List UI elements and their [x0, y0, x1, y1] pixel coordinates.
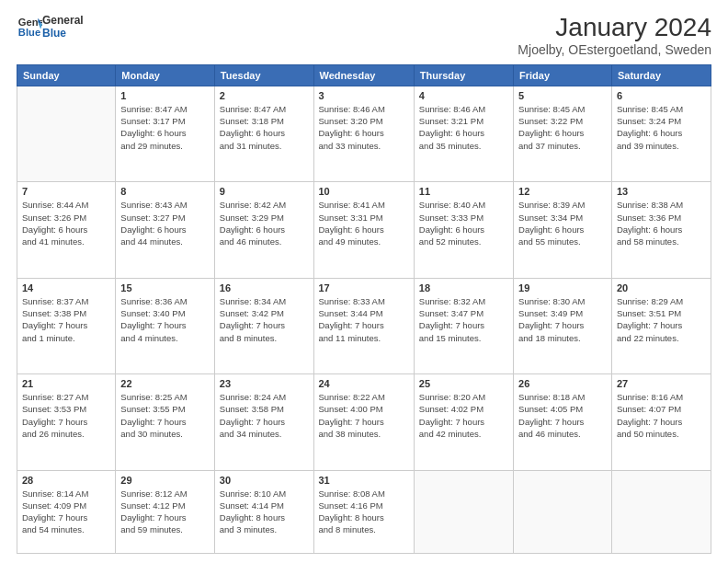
calendar-cell: 14Sunrise: 8:37 AM Sunset: 3:38 PM Dayli… — [17, 278, 116, 373]
calendar-cell — [17, 86, 116, 181]
subtitle: Mjoelby, OEstergoetland, Sweden — [518, 42, 711, 57]
calendar-table: SundayMondayTuesdayWednesdayThursdayFrid… — [17, 64, 711, 554]
day-number: 5 — [518, 90, 607, 101]
calendar-cell: 11Sunrise: 8:40 AM Sunset: 3:33 PM Dayli… — [414, 182, 513, 278]
day-info: Sunrise: 8:46 AM Sunset: 3:21 PM Dayligh… — [419, 103, 508, 152]
day-number: 12 — [518, 186, 607, 197]
day-number: 30 — [220, 475, 309, 486]
day-number: 31 — [319, 475, 409, 486]
day-info: Sunrise: 8:41 AM Sunset: 3:31 PM Dayligh… — [319, 199, 409, 247]
logo-icon: General Blue — [17, 14, 42, 40]
day-number: 25 — [419, 378, 508, 389]
main-title: January 2024 — [518, 14, 711, 42]
week-row-2: 14Sunrise: 8:37 AM Sunset: 3:38 PM Dayli… — [17, 278, 711, 373]
logo: General Blue General Blue — [17, 14, 84, 40]
day-info: Sunrise: 8:29 AM Sunset: 3:51 PM Dayligh… — [617, 295, 706, 344]
day-info: Sunrise: 8:27 AM Sunset: 3:53 PM Dayligh… — [22, 391, 110, 440]
weekday-header-thursday: Thursday — [414, 64, 513, 86]
calendar-cell: 1Sunrise: 8:47 AM Sunset: 3:17 PM Daylig… — [116, 86, 214, 181]
day-info: Sunrise: 8:40 AM Sunset: 3:33 PM Dayligh… — [419, 199, 508, 247]
day-info: Sunrise: 8:25 AM Sunset: 3:55 PM Dayligh… — [120, 391, 209, 440]
day-number: 9 — [220, 186, 309, 197]
day-info: Sunrise: 8:44 AM Sunset: 3:26 PM Dayligh… — [22, 199, 110, 247]
calendar-cell: 17Sunrise: 8:33 AM Sunset: 3:44 PM Dayli… — [313, 278, 414, 373]
weekday-header-tuesday: Tuesday — [214, 64, 313, 86]
day-info: Sunrise: 8:43 AM Sunset: 3:27 PM Dayligh… — [120, 199, 209, 247]
week-row-4: 28Sunrise: 8:14 AM Sunset: 4:09 PM Dayli… — [17, 470, 711, 553]
calendar-cell: 23Sunrise: 8:24 AM Sunset: 3:58 PM Dayli… — [214, 374, 313, 470]
calendar-cell: 26Sunrise: 8:18 AM Sunset: 4:05 PM Dayli… — [514, 374, 612, 470]
day-number: 8 — [120, 186, 209, 197]
calendar-cell — [414, 470, 513, 553]
day-info: Sunrise: 8:46 AM Sunset: 3:20 PM Dayligh… — [319, 103, 409, 152]
day-number: 29 — [120, 475, 209, 486]
day-info: Sunrise: 8:42 AM Sunset: 3:29 PM Dayligh… — [220, 199, 309, 247]
day-info: Sunrise: 8:22 AM Sunset: 4:00 PM Dayligh… — [319, 391, 409, 440]
weekday-header-row: SundayMondayTuesdayWednesdayThursdayFrid… — [17, 64, 711, 86]
day-info: Sunrise: 8:39 AM Sunset: 3:34 PM Dayligh… — [518, 199, 607, 247]
day-number: 13 — [617, 186, 706, 197]
day-info: Sunrise: 8:18 AM Sunset: 4:05 PM Dayligh… — [518, 391, 607, 440]
weekday-header-sunday: Sunday — [17, 64, 116, 86]
day-info: Sunrise: 8:47 AM Sunset: 3:17 PM Dayligh… — [120, 103, 209, 152]
day-number: 28 — [22, 475, 110, 486]
day-number: 11 — [419, 186, 508, 197]
calendar-cell: 21Sunrise: 8:27 AM Sunset: 3:53 PM Dayli… — [17, 374, 116, 470]
calendar-cell — [514, 470, 612, 553]
day-number: 21 — [22, 378, 110, 389]
day-info: Sunrise: 8:38 AM Sunset: 3:36 PM Dayligh… — [617, 199, 706, 247]
day-number: 14 — [22, 282, 110, 293]
day-number: 10 — [319, 186, 409, 197]
day-info: Sunrise: 8:47 AM Sunset: 3:18 PM Dayligh… — [220, 103, 309, 152]
day-info: Sunrise: 8:45 AM Sunset: 3:22 PM Dayligh… — [518, 103, 607, 152]
day-info: Sunrise: 8:32 AM Sunset: 3:47 PM Dayligh… — [419, 295, 508, 344]
logo-general: General — [42, 14, 84, 27]
day-number: 3 — [319, 90, 409, 101]
calendar-cell: 20Sunrise: 8:29 AM Sunset: 3:51 PM Dayli… — [611, 278, 711, 373]
calendar-cell: 12Sunrise: 8:39 AM Sunset: 3:34 PM Dayli… — [514, 182, 612, 278]
day-number: 20 — [617, 282, 706, 293]
weekday-header-saturday: Saturday — [611, 64, 711, 86]
calendar-cell: 22Sunrise: 8:25 AM Sunset: 3:55 PM Dayli… — [116, 374, 214, 470]
day-info: Sunrise: 8:16 AM Sunset: 4:07 PM Dayligh… — [617, 391, 706, 440]
day-number: 4 — [419, 90, 508, 101]
weekday-header-wednesday: Wednesday — [313, 64, 414, 86]
day-number: 22 — [120, 378, 209, 389]
calendar-cell: 29Sunrise: 8:12 AM Sunset: 4:12 PM Dayli… — [116, 470, 214, 553]
calendar-cell: 7Sunrise: 8:44 AM Sunset: 3:26 PM Daylig… — [17, 182, 116, 278]
calendar-cell: 2Sunrise: 8:47 AM Sunset: 3:18 PM Daylig… — [214, 86, 313, 181]
calendar-cell: 13Sunrise: 8:38 AM Sunset: 3:36 PM Dayli… — [611, 182, 711, 278]
day-info: Sunrise: 8:34 AM Sunset: 3:42 PM Dayligh… — [220, 295, 309, 344]
calendar-cell: 5Sunrise: 8:45 AM Sunset: 3:22 PM Daylig… — [514, 86, 612, 181]
calendar-cell: 24Sunrise: 8:22 AM Sunset: 4:00 PM Dayli… — [313, 374, 414, 470]
day-number: 27 — [617, 378, 706, 389]
weekday-header-friday: Friday — [514, 64, 612, 86]
week-row-3: 21Sunrise: 8:27 AM Sunset: 3:53 PM Dayli… — [17, 374, 711, 470]
calendar-cell: 6Sunrise: 8:45 AM Sunset: 3:24 PM Daylig… — [611, 86, 711, 181]
day-info: Sunrise: 8:37 AM Sunset: 3:38 PM Dayligh… — [22, 295, 110, 344]
day-number: 15 — [120, 282, 209, 293]
calendar-cell: 9Sunrise: 8:42 AM Sunset: 3:29 PM Daylig… — [214, 182, 313, 278]
svg-text:Blue: Blue — [18, 27, 40, 38]
day-number: 23 — [220, 378, 309, 389]
day-info: Sunrise: 8:14 AM Sunset: 4:09 PM Dayligh… — [22, 488, 110, 536]
day-info: Sunrise: 8:36 AM Sunset: 3:40 PM Dayligh… — [120, 295, 209, 344]
day-info: Sunrise: 8:30 AM Sunset: 3:49 PM Dayligh… — [518, 295, 607, 344]
day-number: 26 — [518, 378, 607, 389]
calendar-cell: 25Sunrise: 8:20 AM Sunset: 4:02 PM Dayli… — [414, 374, 513, 470]
calendar-cell: 19Sunrise: 8:30 AM Sunset: 3:49 PM Dayli… — [514, 278, 612, 373]
day-number: 1 — [120, 90, 209, 101]
week-row-0: 1Sunrise: 8:47 AM Sunset: 3:17 PM Daylig… — [17, 86, 711, 181]
day-info: Sunrise: 8:10 AM Sunset: 4:14 PM Dayligh… — [220, 488, 309, 536]
day-number: 2 — [220, 90, 309, 101]
calendar-cell: 16Sunrise: 8:34 AM Sunset: 3:42 PM Dayli… — [214, 278, 313, 373]
day-number: 17 — [319, 282, 409, 293]
day-number: 18 — [419, 282, 508, 293]
page: General Blue General Blue January 2024 M… — [0, 0, 728, 563]
logo-blue: Blue — [42, 27, 84, 40]
day-info: Sunrise: 8:45 AM Sunset: 3:24 PM Dayligh… — [617, 103, 706, 152]
calendar-cell: 27Sunrise: 8:16 AM Sunset: 4:07 PM Dayli… — [611, 374, 711, 470]
day-number: 7 — [22, 186, 110, 197]
calendar-cell: 18Sunrise: 8:32 AM Sunset: 3:47 PM Dayli… — [414, 278, 513, 373]
day-info: Sunrise: 8:20 AM Sunset: 4:02 PM Dayligh… — [419, 391, 508, 440]
